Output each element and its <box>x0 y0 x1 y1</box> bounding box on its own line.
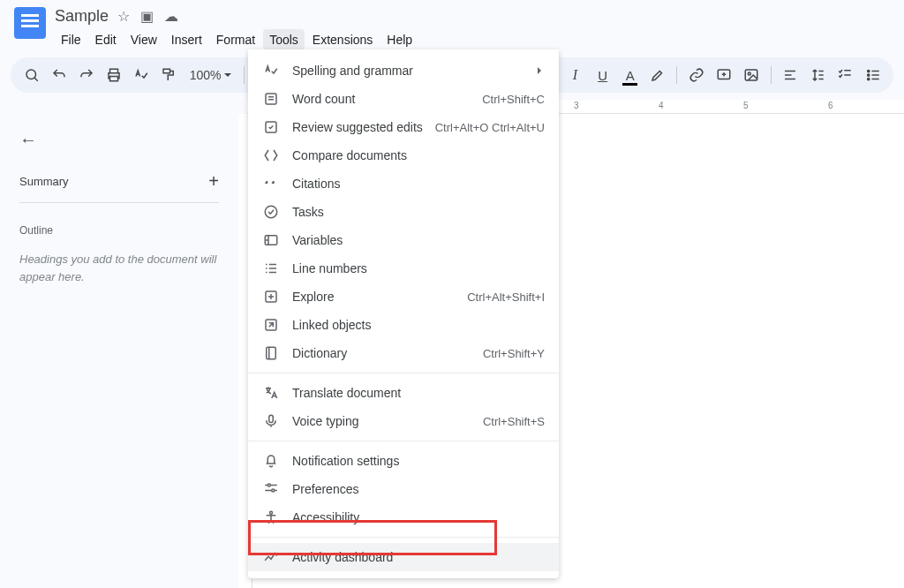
menu-item-label: Dictionary <box>292 346 483 360</box>
svg-line-1 <box>34 78 38 81</box>
docs-logo-icon[interactable] <box>14 7 46 39</box>
menu-item-label: Translate document <box>292 386 545 400</box>
menu-item-dictionary[interactable]: DictionaryCtrl+Shift+Y <box>248 339 559 367</box>
explore-icon <box>262 288 280 305</box>
menu-item-voice-typing[interactable]: Voice typingCtrl+Shift+S <box>248 407 559 435</box>
menu-tools[interactable]: Tools <box>263 29 305 50</box>
tools-menu-dropdown: Spelling and grammarWord countCtrl+Shift… <box>248 49 559 578</box>
menu-item-label: Activity dashboard <box>292 550 545 564</box>
add-comment-icon[interactable] <box>712 63 735 87</box>
ruler-tick: 4 <box>659 101 664 110</box>
print-icon[interactable] <box>102 63 125 87</box>
line-spacing-button[interactable] <box>806 63 830 87</box>
menu-extensions[interactable]: Extensions <box>306 29 379 50</box>
menu-view[interactable]: View <box>124 29 163 50</box>
document-title[interactable]: Sample <box>55 7 109 26</box>
ruler-tick: 5 <box>743 101 749 110</box>
menu-item-word-count[interactable]: Word countCtrl+Shift+C <box>248 85 559 113</box>
svg-rect-3 <box>109 77 117 81</box>
zoom-selector[interactable]: 100% <box>185 68 237 82</box>
menu-item-label: Citations <box>292 177 545 191</box>
svg-rect-4 <box>163 69 170 73</box>
lines-icon <box>262 260 280 277</box>
dict-icon <box>262 344 280 362</box>
chevron-right-icon <box>538 67 545 74</box>
menu-item-linked-objects[interactable]: Linked objects <box>248 311 559 339</box>
paint-format-icon[interactable] <box>157 63 181 87</box>
menu-shortcut: Ctrl+Shift+C <box>482 93 545 106</box>
menu-item-label: Voice typing <box>292 414 483 428</box>
cloud-status-icon[interactable]: ☁ <box>164 8 178 25</box>
menu-divider <box>248 441 559 441</box>
bell-icon <box>262 452 280 470</box>
menu-item-tasks[interactable]: Tasks <box>248 198 559 226</box>
svg-point-20 <box>867 74 869 76</box>
menu-item-variables[interactable]: Variables <box>248 226 559 254</box>
menu-file[interactable]: File <box>55 29 87 50</box>
menu-item-activity-dashboard[interactable]: Activity dashboard <box>248 543 559 571</box>
text-color-button[interactable]: A <box>618 63 642 87</box>
menu-item-explore[interactable]: ExploreCtrl+Alt+Shift+I <box>248 283 559 311</box>
menu-item-citations[interactable]: Citations <box>248 170 559 198</box>
menu-item-label: Spelling and grammar <box>292 64 538 78</box>
menu-item-label: Compare documents <box>292 148 545 162</box>
align-button[interactable] <box>779 63 802 87</box>
svg-rect-8 <box>745 70 757 80</box>
compare-icon <box>262 147 280 164</box>
menu-edit[interactable]: Edit <box>89 29 123 50</box>
menu-item-label: Review suggested edits <box>292 120 435 134</box>
bulleted-list-button[interactable] <box>861 63 885 87</box>
add-summary-button[interactable]: + <box>208 171 219 192</box>
insert-link-icon[interactable] <box>684 63 708 87</box>
move-icon[interactable]: ▣ <box>140 8 154 25</box>
svg-point-49 <box>270 511 273 514</box>
svg-point-22 <box>867 78 869 79</box>
linked-icon <box>262 316 280 334</box>
translate-icon <box>262 384 280 402</box>
svg-point-0 <box>26 70 36 79</box>
search-menus-icon[interactable] <box>19 63 43 87</box>
menu-item-review-suggested-edits[interactable]: Review suggested editsCtrl+Alt+O Ctrl+Al… <box>248 113 559 141</box>
undo-icon[interactable] <box>47 63 71 87</box>
menu-item-label: Linked objects <box>292 318 545 332</box>
ruler-tick: 3 <box>574 101 579 110</box>
redo-icon[interactable] <box>74 63 98 87</box>
spellcheck-icon[interactable] <box>129 63 153 87</box>
svg-point-18 <box>867 70 869 72</box>
svg-point-46 <box>272 489 275 492</box>
menu-item-spelling-and-grammar[interactable]: Spelling and grammar <box>248 57 559 85</box>
underline-button[interactable]: U <box>591 63 614 87</box>
svg-rect-42 <box>269 415 274 422</box>
svg-rect-40 <box>267 347 276 359</box>
menu-insert[interactable]: Insert <box>165 29 208 50</box>
italic-button[interactable]: I <box>563 63 587 87</box>
cite-icon <box>262 175 280 192</box>
menu-item-label: Tasks <box>292 205 545 219</box>
menu-format[interactable]: Format <box>210 29 261 50</box>
tasks-icon <box>262 203 280 221</box>
menu-item-line-numbers[interactable]: Line numbers <box>248 254 559 283</box>
highlight-button[interactable] <box>645 63 669 87</box>
review-icon <box>262 118 280 136</box>
checklist-button[interactable] <box>833 63 857 87</box>
summary-heading: Summary <box>19 175 69 188</box>
header: Sample ☆ ▣ ☁ FileEditViewInsertFormatToo… <box>0 0 904 50</box>
star-icon[interactable]: ☆ <box>117 8 130 25</box>
spell-icon <box>262 62 280 79</box>
vars-icon <box>262 231 280 249</box>
collapse-sidebar-icon[interactable]: ← <box>19 130 219 150</box>
svg-rect-2 <box>109 69 117 73</box>
ruler-tick: 6 <box>828 101 833 110</box>
menu-help[interactable]: Help <box>380 29 418 50</box>
menu-item-notification-settings[interactable]: Notification settings <box>248 447 559 475</box>
menu-item-label: Line numbers <box>292 261 545 275</box>
menu-item-label: Notification settings <box>292 454 545 468</box>
menu-item-preferences[interactable]: Preferences <box>248 475 559 503</box>
menu-item-accessibility[interactable]: Accessibility <box>248 503 559 531</box>
svg-point-28 <box>265 206 277 218</box>
menu-item-translate-document[interactable]: Translate document <box>248 379 559 407</box>
menu-shortcut: Ctrl+Alt+O Ctrl+Alt+U <box>435 121 545 134</box>
insert-image-icon[interactable] <box>740 63 764 87</box>
menu-item-label: Explore <box>292 290 467 304</box>
menu-item-compare-documents[interactable]: Compare documents <box>248 141 559 170</box>
